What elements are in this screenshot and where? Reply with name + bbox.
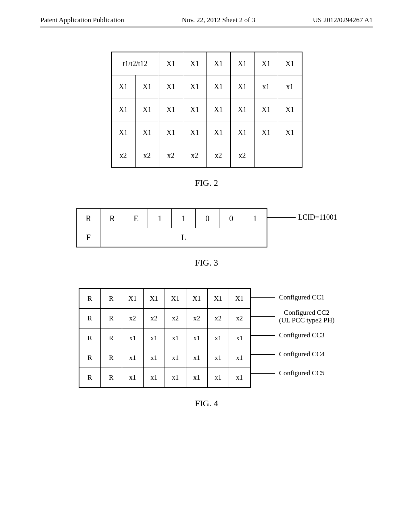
fig4-cell: R	[100, 309, 122, 328]
fig2-cell: X1	[206, 52, 230, 75]
fig3-cell-merged: L	[100, 228, 267, 247]
fig2-cell: X1	[111, 98, 136, 121]
fig2-cell: x2	[183, 144, 206, 168]
fig2-cell: x2	[135, 144, 159, 168]
fig4-cell: x1	[143, 328, 165, 348]
figure-2: t1/t2/t12 X1 X1 X1 X1 X1 X1 X1 X1 X1 X1 …	[40, 52, 373, 188]
fig2-cell: X1	[111, 121, 136, 144]
fig4-cell: R	[100, 289, 122, 309]
page-header: Patent Application Publication Nov. 22, …	[40, 16, 373, 27]
fig2-cell: X1	[135, 75, 159, 98]
fig2-cell: X1	[206, 98, 230, 121]
fig2-cell-merged: t1/t2/t12	[111, 52, 159, 75]
fig2-cell: X1	[159, 98, 183, 121]
fig4-cell: R	[79, 368, 101, 388]
fig2-cell: X1	[135, 121, 159, 144]
fig2-cell: X1	[278, 52, 302, 75]
leader-line-icon	[251, 316, 275, 317]
fig4-cell: x1	[229, 348, 250, 368]
fig2-cell: x1	[278, 75, 302, 98]
fig4-cell: X1	[143, 289, 165, 309]
fig4-row-label: Configured CC3	[275, 332, 325, 339]
fig2-cell: x2	[206, 144, 230, 168]
fig4-cell: X1	[122, 289, 143, 309]
fig4-cell: R	[79, 348, 101, 368]
fig4-cell: x2	[186, 309, 207, 328]
fig4-cell: R	[79, 289, 101, 309]
fig3-cell: 1	[243, 209, 267, 228]
fig4-cell: x1	[122, 328, 143, 348]
fig4-cell: x1	[207, 348, 229, 368]
fig2-table: t1/t2/t12 X1 X1 X1 X1 X1 X1 X1 X1 X1 X1 …	[111, 52, 302, 168]
fig4-cell: R	[100, 368, 122, 388]
fig2-cell: X1	[159, 52, 183, 75]
header-center: Nov. 22, 2012 Sheet 2 of 3	[182, 16, 255, 24]
fig4-cell: x1	[207, 368, 229, 388]
fig2-cell: X1	[206, 75, 230, 98]
fig4-cell: R	[79, 309, 101, 328]
fig3-label: FIG. 3	[195, 258, 218, 268]
fig4-cell: x1	[229, 328, 250, 348]
fig4-row-label: Configured CC5	[275, 370, 325, 377]
fig2-cell: X1	[230, 52, 254, 75]
fig2-label: FIG. 2	[195, 178, 218, 188]
fig2-cell: X1	[230, 75, 254, 98]
fig4-cell: x2	[143, 309, 165, 328]
fig4-cell: R	[100, 328, 122, 348]
fig2-cell: X1	[254, 98, 278, 121]
fig2-cell: x2	[111, 144, 136, 168]
fig2-cell: X1	[159, 121, 183, 144]
fig4-cell: x1	[143, 348, 165, 368]
fig4-cell: x1	[122, 368, 143, 388]
fig4-cell: x1	[165, 368, 186, 388]
fig2-cell: X1	[230, 98, 254, 121]
fig4-cell: X1	[165, 289, 186, 309]
fig4-cell: x1	[165, 328, 186, 348]
fig3-cell: F	[76, 228, 100, 247]
fig4-cell: x2	[229, 309, 250, 328]
fig2-cell: X1	[254, 52, 278, 75]
fig4-cell: x1	[186, 368, 207, 388]
fig4-table: R R X1 X1 X1 X1 X1 X1 R R x2 x2 x2 x2 x2	[79, 288, 251, 388]
fig3-side-label: LCID=11001	[296, 213, 337, 222]
leader-line-icon	[251, 335, 275, 336]
fig4-label: FIG. 4	[195, 398, 218, 409]
fig3-cell: 1	[148, 209, 172, 228]
fig4-cell: x2	[122, 309, 143, 328]
fig2-cell: X1	[278, 121, 302, 144]
fig4-cell: x2	[165, 309, 186, 328]
fig2-cell: X1	[183, 98, 206, 121]
fig3-cell: 1	[172, 209, 196, 228]
header-right: US 2012/0294267 A1	[313, 16, 373, 24]
fig4-cell: X1	[207, 289, 229, 309]
fig2-cell	[254, 144, 278, 168]
fig2-cell: x1	[254, 75, 278, 98]
fig3-cell: 0	[219, 209, 243, 228]
fig4-cell: x1	[143, 368, 165, 388]
leader-line-icon	[267, 217, 296, 218]
fig2-cell: X1	[183, 52, 206, 75]
fig2-cell: X1	[254, 121, 278, 144]
figure-3: R R E 1 1 0 0 1 F L LCID=11001 FIG.	[40, 208, 373, 268]
fig2-cell: x2	[230, 144, 254, 168]
fig2-cell: X1	[230, 121, 254, 144]
fig2-cell: X1	[206, 121, 230, 144]
fig2-cell	[278, 144, 302, 168]
fig2-cell: X1	[111, 75, 136, 98]
fig4-cell: X1	[229, 289, 250, 309]
fig3-cell: R	[76, 209, 100, 228]
fig4-cell: x2	[207, 309, 229, 328]
leader-line-icon	[251, 354, 275, 355]
fig4-cell: X1	[186, 289, 207, 309]
leader-line-icon	[251, 373, 275, 374]
fig3-cell: E	[124, 209, 148, 228]
fig2-cell: x2	[159, 144, 183, 168]
fig2-cell: X1	[278, 98, 302, 121]
fig4-row-label: Configured CC1	[275, 294, 325, 301]
fig2-cell: X1	[159, 75, 183, 98]
fig4-cell: x1	[207, 328, 229, 348]
fig2-cell: X1	[135, 98, 159, 121]
fig4-cell: x1	[122, 348, 143, 368]
fig2-cell: X1	[183, 75, 206, 98]
fig4-cell: x1	[165, 348, 186, 368]
